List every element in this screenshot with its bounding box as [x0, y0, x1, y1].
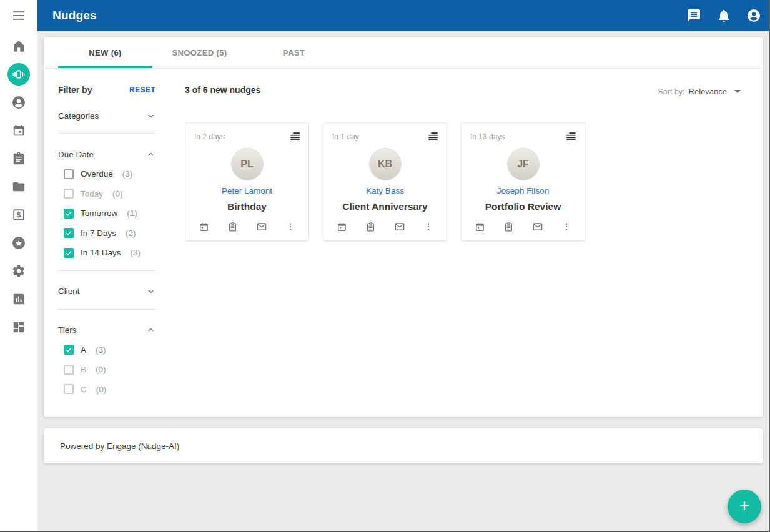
checkbox-checked — [64, 228, 74, 238]
home-icon — [11, 39, 26, 54]
folder-icon — [12, 180, 26, 194]
filter-checkbox-tier-b[interactable]: B(0) — [58, 365, 155, 375]
sidebar-item-documents[interactable] — [0, 172, 37, 200]
divider — [58, 270, 155, 271]
checkbox-unchecked — [64, 189, 74, 199]
calendar-icon — [12, 124, 26, 137]
sidebar-item-tasks[interactable] — [0, 144, 37, 172]
nudge-card: In 2 days PL Peter Lamont Birthday — [185, 122, 309, 241]
calendar-icon[interactable] — [337, 222, 347, 232]
footer-panel: Powered by Engage (Nudge-AI) — [44, 428, 763, 463]
email-icon[interactable] — [256, 221, 267, 232]
account-circle-icon — [11, 95, 26, 110]
nudge-title: Portfolio Review — [485, 201, 561, 212]
sidebar-item-home[interactable] — [0, 32, 37, 60]
filter-section-tiers[interactable]: Tiers — [58, 325, 155, 335]
kebab-menu-icon[interactable] — [561, 222, 571, 232]
app-header: Nudges — [37, 0, 770, 31]
sidebar: $ — [0, 0, 37, 532]
client-name-link[interactable]: Katy Bass — [366, 186, 404, 195]
divider — [58, 133, 155, 134]
filter-checkbox-tier-c[interactable]: C(0) — [58, 384, 155, 394]
chevron-up-icon — [146, 325, 155, 335]
checkbox-checked — [64, 248, 74, 258]
filter-checkbox-in-7-days[interactable]: In 7 Days(2) — [58, 228, 155, 238]
tab-bar: NEW (6) SNOOZED (5) PAST — [44, 37, 763, 69]
filter-section-due-date[interactable]: Due Date — [58, 149, 155, 159]
bar-chart-icon — [12, 292, 26, 306]
plus-icon: + — [739, 497, 749, 515]
sidebar-item-favorites[interactable] — [0, 229, 37, 257]
avatar: JF — [507, 148, 540, 180]
due-label: In 1 day — [332, 131, 359, 141]
checkbox-unchecked — [64, 365, 74, 375]
filter-section-client[interactable]: Client — [58, 287, 155, 297]
sidebar-item-settings[interactable] — [0, 257, 37, 285]
nudge-count-summary: 3 of 6 new nudges — [185, 85, 260, 95]
due-label: In 2 days — [194, 131, 225, 141]
filter-checkbox-overdue[interactable]: Overdue(3) — [58, 169, 155, 179]
clipboard-icon[interactable] — [503, 222, 514, 232]
nudge-details-icon[interactable] — [289, 131, 301, 145]
client-name-link[interactable]: Joseph Filson — [497, 186, 549, 195]
add-nudge-fab[interactable]: + — [728, 490, 761, 523]
sort-dropdown[interactable]: Sort by: Relevance — [658, 87, 741, 96]
avatar: KB — [369, 148, 402, 180]
nudges-icon — [7, 63, 30, 86]
chevron-up-icon — [146, 150, 155, 159]
kebab-menu-icon[interactable] — [285, 222, 295, 232]
filter-panel: Filter by RESET Categories Due Date Over… — [58, 85, 155, 394]
sidebar-item-clients[interactable] — [0, 88, 37, 116]
sidebar-item-nudges-active[interactable] — [0, 60, 37, 88]
chat-icon[interactable] — [686, 8, 701, 23]
tab-snoozed[interactable]: SNOOZED (5) — [152, 37, 247, 68]
due-label: In 13 days — [470, 131, 505, 141]
avatar: PL — [231, 148, 264, 180]
nudge-card: In 1 day KB Katy Bass Client Anniversary — [323, 122, 447, 241]
nudge-card-list: In 2 days PL Peter Lamont Birthday — [185, 122, 585, 241]
checkbox-unchecked — [64, 384, 74, 394]
app-window: $ Nudges — [0, 0, 770, 532]
client-name-link[interactable]: Peter Lamont — [222, 186, 272, 195]
dollar-icon: $ — [12, 208, 26, 222]
checkbox-checked — [64, 209, 74, 219]
email-icon[interactable] — [394, 221, 405, 232]
filter-checkbox-in-14-days[interactable]: In 14 Days(3) — [58, 248, 155, 258]
sidebar-item-dashboard[interactable] — [0, 313, 37, 341]
star-circle-icon — [11, 235, 26, 250]
email-icon[interactable] — [532, 221, 543, 232]
reset-button[interactable]: RESET — [129, 86, 155, 94]
filter-title: Filter by — [58, 85, 92, 95]
chevron-down-icon — [146, 287, 155, 296]
notifications-bell-icon[interactable] — [716, 8, 731, 23]
filter-checkbox-today[interactable]: Today(0) — [58, 189, 155, 199]
filter-checkbox-tier-a[interactable]: A(3) — [58, 345, 155, 355]
tab-past[interactable]: PAST — [247, 37, 341, 68]
clipboard-icon[interactable] — [227, 222, 238, 232]
clipboard-icon — [12, 152, 26, 165]
nudge-details-icon[interactable] — [565, 131, 577, 145]
account-circle-icon[interactable] — [746, 8, 761, 23]
checkbox-checked — [64, 345, 74, 355]
nudge-title: Birthday — [227, 201, 267, 212]
main-panel: NEW (6) SNOOZED (5) PAST Filter by RESET… — [44, 37, 763, 417]
calendar-icon[interactable] — [475, 222, 485, 232]
menu-icon[interactable] — [11, 8, 26, 23]
kebab-menu-icon[interactable] — [423, 222, 433, 232]
nudge-title: Client Anniversary — [342, 201, 427, 212]
sidebar-item-reports[interactable] — [0, 285, 37, 313]
filter-section-categories[interactable]: Categories — [58, 111, 155, 121]
nudge-card: In 13 days JF Joseph Filson Portfolio Re… — [461, 122, 585, 241]
nudge-details-icon[interactable] — [427, 131, 439, 145]
powered-by-text: Powered by Engage (Nudge-AI) — [60, 441, 179, 451]
sidebar-item-calendar[interactable] — [0, 116, 37, 144]
gear-icon — [12, 264, 26, 278]
sidebar-item-billing[interactable]: $ — [0, 200, 37, 229]
filter-checkbox-tomorrow[interactable]: Tomorrow(1) — [58, 209, 155, 219]
svg-text:$: $ — [16, 210, 21, 219]
calendar-icon[interactable] — [199, 222, 209, 232]
dashboard-icon — [12, 320, 26, 334]
clipboard-icon[interactable] — [365, 222, 376, 232]
tab-new[interactable]: NEW (6) — [58, 37, 152, 68]
chevron-down-icon — [146, 111, 155, 121]
